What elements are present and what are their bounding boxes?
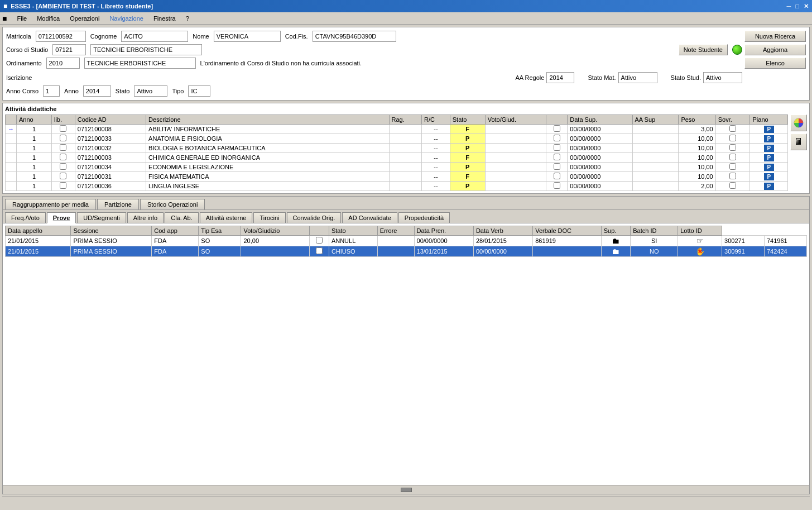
tab-raggruppamento[interactable]: Raggruppamento per media [5, 199, 96, 209]
tab-convalide-orig[interactable]: Convalide Orig. [287, 212, 342, 223]
activity-row[interactable]: 1 0712100003 CHIMICA GENERALE ED INORGAN… [6, 153, 788, 163]
pie-chart-icon[interactable] [790, 115, 807, 131]
prove-col-batch-id: Batch ID [631, 226, 678, 236]
tab-attivita-esterne[interactable]: Attività esterne [200, 212, 253, 223]
activity-row[interactable]: 1 0712100031 FISICA MATEMATICA -- F 00/0… [6, 172, 788, 182]
row-sovr[interactable] [715, 134, 750, 144]
row-voto-check[interactable] [546, 134, 568, 144]
row-lib[interactable] [51, 125, 75, 134]
row-piano[interactable]: P [750, 153, 788, 163]
row-lib[interactable] [51, 182, 75, 191]
activity-row[interactable]: 1 0712100032 BIOLOGIA E BOTANICA FARMACE… [6, 144, 788, 153]
row-sovr[interactable] [715, 153, 750, 163]
activity-row[interactable]: 1 0712100033 ANATOMIA E FISIOLOGIA -- P … [6, 134, 788, 144]
prove-batch-id: 300271 [722, 236, 765, 246]
prove-hand-icon[interactable]: ☞ [678, 236, 722, 246]
cognome-value: ACITO [121, 31, 188, 42]
row-peso: 10,00 [679, 144, 715, 153]
prove-row[interactable]: 21/01/2015 PRIMA SESSIO FDA SO 20,00 ANN… [6, 236, 807, 246]
row-datasup: 00/00/0000 [568, 125, 632, 134]
prove-tip-esa: SO [199, 246, 241, 257]
row-piano[interactable]: P [750, 144, 788, 153]
row-aasup [632, 144, 679, 153]
activity-row[interactable]: 1 0712100034 ECONOMIA E LEGISLAZIONE -- … [6, 163, 788, 172]
row-piano[interactable]: P [750, 125, 788, 134]
maximize-icon[interactable]: □ [795, 3, 799, 10]
row-sovr[interactable] [715, 182, 750, 191]
aggiorna-button[interactable]: Aggiorna [744, 44, 806, 55]
close-icon[interactable]: ✕ [804, 3, 809, 10]
activity-row[interactable]: 1 0712100036 LINGUA INGLESE -- P 00/00/0… [6, 182, 788, 191]
calculator-icon[interactable]: 🖩 [790, 134, 807, 150]
elenco-button[interactable]: Elenco [744, 58, 806, 69]
activity-row[interactable]: → 1 0712100008 ABILITA' INFORMATICHE -- … [6, 125, 788, 134]
tab-altre-info[interactable]: Altre info [127, 212, 164, 223]
menu-finestra[interactable]: Finestra [151, 14, 178, 23]
tab-storico[interactable]: Storico Operazioni [140, 199, 205, 209]
row-lib[interactable] [51, 144, 75, 153]
tab-propedeuticita[interactable]: Propedeuticità [398, 212, 450, 223]
nome-value: VERONICA [214, 31, 281, 42]
row-aasup [632, 153, 679, 163]
row-sovr[interactable] [715, 163, 750, 172]
prove-col-stato: Stato [329, 226, 377, 236]
row-voto-check[interactable] [546, 172, 568, 182]
tab-partizione[interactable]: Partizione [97, 199, 139, 209]
row-piano[interactable]: P [750, 182, 788, 191]
menu-help[interactable]: ? [184, 14, 191, 23]
menu-modifica[interactable]: Modifica [35, 14, 62, 23]
horizontal-scrollbar[interactable] [3, 485, 809, 494]
prove-hand-icon[interactable]: ✋✕ [678, 246, 722, 257]
prove-verbale-icon[interactable]: 🖿 [601, 236, 631, 246]
tab-cla-ab[interactable]: Cla. Ab. [165, 212, 199, 223]
row-piano[interactable]: P [750, 172, 788, 182]
nuova-ricerca-button[interactable]: Nuova Ricerca [744, 31, 806, 42]
row-rag [389, 182, 422, 191]
prove-verbale-icon[interactable]: 🖿 [601, 246, 631, 257]
row-peso: 2,00 [679, 182, 715, 191]
tab-ud-segmenti[interactable]: UD/Segmenti [77, 212, 126, 223]
row-lib[interactable] [51, 172, 75, 182]
codfis-label: Cod.Fis. [285, 33, 308, 40]
row-voto-check[interactable] [546, 125, 568, 134]
menu-navigazione[interactable]: Navigazione [107, 14, 146, 23]
status-indicator [732, 45, 742, 55]
menu-operazioni[interactable]: Operazioni [68, 14, 102, 23]
row-arrow [6, 134, 17, 144]
prove-row[interactable]: 21/01/2015 PRIMA SESSIO FDA SO CHIUSO 13… [6, 246, 807, 257]
tab-ad-convalidate[interactable]: AD Convalidate [342, 212, 397, 223]
row-lib[interactable] [51, 163, 75, 172]
prove-col-sup: Sup. [601, 226, 631, 236]
note-studente-button[interactable]: Note Studente [679, 44, 728, 55]
row-voto-check[interactable] [546, 153, 568, 163]
tab-tirocini[interactable]: Tirocini [253, 212, 285, 223]
row-sovr[interactable] [715, 144, 750, 153]
row-sovr[interactable] [715, 125, 750, 134]
row-lib[interactable] [51, 134, 75, 144]
row-voto-check[interactable] [546, 163, 568, 172]
tab-freq-voto[interactable]: Freq./Voto [5, 212, 46, 223]
col-rag: Rag. [389, 115, 422, 125]
minimize-icon[interactable]: ─ [787, 3, 791, 10]
row-voto-check[interactable] [546, 144, 568, 153]
row-lib[interactable] [51, 153, 75, 163]
col-descrizione: Descrizione [146, 115, 389, 125]
row-stato: P [450, 163, 485, 172]
row-sovr[interactable] [715, 172, 750, 182]
row-descrizione: ECONOMIA E LEGISLAZIONE [146, 163, 389, 172]
menu-file[interactable]: File [15, 14, 29, 23]
row-arrow [6, 144, 17, 153]
row-piano[interactable]: P [750, 163, 788, 172]
prove-sup: SI [631, 236, 678, 246]
row-voto-check[interactable] [546, 182, 568, 191]
prove-col-data-verb: Data Verb [473, 226, 532, 236]
prove-stato-check[interactable] [310, 236, 329, 246]
row-piano[interactable]: P [750, 134, 788, 144]
tab-prove[interactable]: Prove [47, 212, 76, 223]
row-stato: F [450, 172, 485, 182]
prove-data-pren: 00/00/0000 [414, 236, 473, 246]
row-arrow: → [6, 125, 17, 134]
prove-stato-check[interactable] [310, 246, 329, 257]
prove-verbale-doc: 861919 [533, 236, 602, 246]
row-arrow [6, 172, 17, 182]
